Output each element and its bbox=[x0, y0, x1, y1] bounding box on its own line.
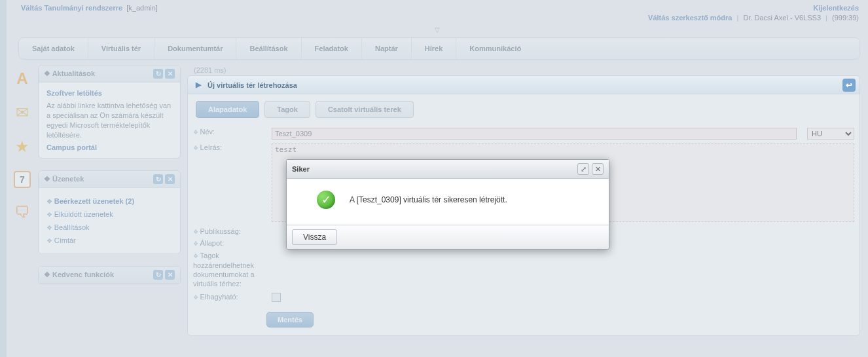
label-state: Állapot: bbox=[188, 237, 266, 249]
success-dialog: Siker ⤢ ✕ ✓ A [Teszt_0309] virtuális tér… bbox=[286, 159, 609, 250]
settings-link[interactable]: Beállítások bbox=[46, 221, 172, 234]
panel-action-icon[interactable]: ↩ bbox=[842, 79, 856, 92]
tab-csatolt[interactable]: Csatolt virtuális terek bbox=[316, 101, 414, 118]
left-icon-strip: A ✉ ★ 7 🗨 bbox=[7, 65, 38, 336]
campus-portal-link[interactable]: Campus portál bbox=[46, 143, 172, 151]
menu-virtualis-ter[interactable]: Virtuális tér bbox=[88, 38, 154, 59]
dialog-message: A [Teszt_0309] virtuális tér sikeresen l… bbox=[350, 195, 507, 204]
label-members: Tagok hozzárendelhetnek dokumentumokat a… bbox=[188, 249, 266, 291]
success-check-icon: ✓ bbox=[317, 191, 335, 209]
main-menu: Saját adatok Virtuális tér Dokumentumtár… bbox=[18, 37, 860, 60]
directory-link[interactable]: Címtár bbox=[46, 234, 172, 247]
favorites-panel-title: ❖ Kedvenc funkciók bbox=[44, 271, 114, 279]
back-button[interactable]: Vissza bbox=[292, 229, 337, 245]
close-icon[interactable]: ✕ bbox=[165, 270, 175, 280]
menu-kommunikacio[interactable]: Kommunikáció bbox=[456, 38, 534, 59]
tab-tagok[interactable]: Tagok bbox=[264, 101, 310, 118]
label-name: Név: bbox=[188, 126, 266, 141]
lang-select[interactable]: HU bbox=[807, 128, 854, 140]
sent-link[interactable]: Elküldött üzenetek bbox=[46, 208, 172, 221]
timing-label: (2281 ms) bbox=[187, 65, 860, 75]
tab-alapadatok[interactable]: Alapadatok bbox=[196, 101, 259, 118]
menu-beallitasok[interactable]: Beállítások bbox=[236, 38, 301, 59]
chat-icon[interactable]: 🗨 bbox=[12, 202, 32, 222]
session-clock: (999:39) bbox=[832, 14, 859, 22]
download-text: Az alábbi linkre kattintva lehetőség van… bbox=[46, 101, 172, 140]
leavable-checkbox[interactable] bbox=[272, 293, 281, 302]
arrow-icon: ▶ bbox=[196, 81, 201, 89]
logout-link[interactable]: Kijelentkezés bbox=[813, 4, 859, 12]
letter-a-icon[interactable]: A bbox=[12, 69, 32, 88]
label-leavable: Elhagyható: bbox=[188, 291, 266, 305]
menu-hirek[interactable]: Hírek bbox=[412, 38, 457, 59]
label-desc: Leírás: bbox=[188, 141, 266, 225]
news-panel: ❖ Aktualitások ↻ ✕ Szoftver letöltés Az … bbox=[38, 65, 181, 159]
menu-sajat-adatok[interactable]: Saját adatok bbox=[19, 38, 88, 59]
page-title: Új virtuális tér létrehozása bbox=[208, 81, 297, 89]
close-icon[interactable]: ✕ bbox=[165, 174, 175, 184]
download-link[interactable]: Szoftver letöltés bbox=[46, 89, 172, 97]
user-name: Dr. Dacsi Axel - V6LSS3 bbox=[743, 14, 821, 22]
refresh-icon[interactable]: ↻ bbox=[153, 174, 163, 184]
close-icon[interactable]: ✕ bbox=[165, 69, 175, 79]
switch-system-link[interactable]: Váltás Tanulmányi rendszerre bbox=[21, 4, 122, 12]
label-public: Publikusság: bbox=[188, 225, 266, 237]
news-panel-title: ❖ Aktualitások bbox=[44, 69, 95, 78]
collapse-toggle[interactable]: ▽ bbox=[7, 26, 868, 33]
save-button[interactable]: Mentés bbox=[266, 312, 314, 328]
favorites-panel: ❖ Kedvenc funkciók ↻ ✕ bbox=[38, 266, 181, 284]
messages-panel: ❖ Üzenetek ↻ ✕ Beérkezett üzenetek (2) E… bbox=[38, 170, 181, 254]
inbox-link[interactable]: Beérkezett üzenetek (2) bbox=[46, 195, 172, 208]
menu-dokumentumtar[interactable]: Dokumentumtár bbox=[154, 38, 236, 59]
switch-editor-link[interactable]: Váltás szerkesztő módra bbox=[648, 14, 732, 22]
mail-icon[interactable]: ✉ bbox=[12, 103, 32, 122]
dialog-close-icon[interactable]: ✕ bbox=[592, 163, 604, 175]
calendar-icon[interactable]: 7 bbox=[14, 171, 31, 188]
dialog-expand-icon[interactable]: ⤢ bbox=[577, 163, 589, 175]
refresh-icon[interactable]: ↻ bbox=[153, 270, 163, 280]
top-bar: Váltás Tanulmányi rendszerre [k_admin] K… bbox=[7, 0, 868, 25]
account-tag: [k_admin] bbox=[126, 4, 158, 12]
name-input[interactable] bbox=[272, 128, 797, 140]
dialog-title: Siker bbox=[292, 165, 310, 173]
refresh-icon[interactable]: ↻ bbox=[153, 69, 163, 79]
menu-feladatok[interactable]: Feladatok bbox=[302, 38, 362, 59]
messages-panel-title: ❖ Üzenetek bbox=[44, 175, 84, 183]
star-icon[interactable]: ★ bbox=[12, 137, 32, 157]
menu-naptar[interactable]: Naptár bbox=[362, 38, 412, 59]
